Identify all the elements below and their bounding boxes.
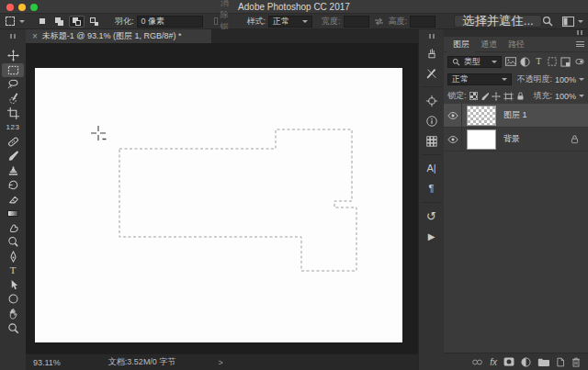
quick-selection-tool[interactable] — [2, 92, 24, 107]
intersect-selection-button[interactable] — [86, 16, 102, 28]
layer-row-2[interactable]: 背景 — [444, 128, 588, 151]
new-selection-button[interactable] — [34, 16, 50, 28]
rectangular-marquee-tool[interactable] — [2, 63, 24, 78]
lasso-tool[interactable] — [2, 77, 24, 92]
chevron-down-icon[interactable] — [579, 95, 584, 97]
search-icon[interactable] — [542, 16, 553, 27]
minimize-window-button[interactable] — [18, 4, 26, 11]
status-expand-icon[interactable]: > — [218, 358, 222, 367]
history-panel-button[interactable]: ↺ — [421, 207, 443, 225]
count-tool[interactable]: 123 — [2, 120, 24, 135]
visibility-toggle[interactable] — [444, 104, 462, 127]
new-group-button[interactable] — [537, 357, 549, 366]
hand-tool[interactable] — [2, 307, 24, 321]
brushes-panel-button[interactable] — [421, 44, 443, 62]
new-layer-button[interactable] — [556, 357, 565, 367]
clone-source-panel-button[interactable] — [421, 92, 443, 109]
gradient-tool[interactable] — [2, 207, 24, 221]
height-input[interactable] — [410, 16, 435, 28]
brush-settings-panel-button[interactable] — [421, 64, 443, 82]
folder-icon — [537, 357, 549, 366]
fill-value[interactable]: 100% — [555, 92, 576, 101]
layer-style-button[interactable]: fx — [490, 357, 497, 367]
layer-filter-row: 类型 T — [444, 52, 588, 71]
eraser-tool[interactable] — [2, 192, 24, 207]
link-layers-button[interactable] — [471, 358, 483, 366]
document-tab[interactable]: × 未标题-1 @ 93.1% (图层 1, RGB/8#) * — [26, 29, 211, 43]
blend-mode-dropdown[interactable]: 正常 — [447, 73, 512, 85]
tab-layers[interactable]: 图层 — [447, 37, 475, 52]
info-panel-button[interactable] — [421, 112, 443, 129]
image-icon — [505, 57, 516, 66]
lock-position-icon[interactable] — [492, 92, 501, 101]
paragraph-panel-button[interactable]: ¶ — [421, 180, 443, 197]
swatches-grid-icon — [425, 135, 438, 148]
canvas-area[interactable] — [26, 43, 418, 353]
lock-all-icon[interactable] — [516, 91, 525, 101]
history-brush-tool[interactable] — [2, 177, 24, 192]
tab-paths[interactable]: 路径 — [503, 37, 530, 52]
clone-stamp-tool[interactable] — [2, 163, 24, 178]
dodge-tool[interactable] — [2, 235, 24, 250]
layer-thumbnail[interactable] — [467, 129, 496, 150]
toolbar-collapse[interactable] — [0, 29, 26, 43]
zoom-window-button[interactable] — [30, 4, 38, 11]
ellipse-tool[interactable] — [2, 292, 24, 307]
brush-tool[interactable] — [2, 149, 24, 163]
collapse-icon[interactable] — [577, 30, 582, 35]
document-info: 文档:3.52M/0 字节 — [108, 356, 176, 368]
spot-healing-tool[interactable] — [2, 135, 24, 150]
chevron-down-icon[interactable] — [579, 78, 584, 81]
crop-tool[interactable] — [2, 106, 24, 120]
filter-image-button[interactable] — [505, 56, 516, 68]
lock-paint-icon[interactable] — [481, 92, 490, 101]
height-label: 高度: — [389, 16, 408, 28]
filter-adjustment-button[interactable] — [520, 56, 530, 68]
smudge-tool[interactable] — [2, 220, 24, 235]
opacity-value[interactable]: 100% — [555, 75, 576, 84]
subtract-from-selection-button[interactable] — [69, 16, 85, 28]
swap-dimensions-button[interactable] — [374, 17, 384, 26]
tab-close-icon[interactable]: × — [32, 32, 38, 41]
style-dropdown[interactable]: 正常 — [268, 16, 312, 28]
history-brush-icon — [7, 179, 19, 191]
layer-name[interactable]: 背景 — [503, 133, 520, 145]
type-tool[interactable]: T — [2, 263, 24, 278]
visibility-toggle[interactable] — [444, 128, 462, 151]
layer-name[interactable]: 图层 1 — [503, 109, 527, 121]
pen-tool[interactable] — [2, 249, 24, 263]
select-and-mask-button[interactable]: 选择并遮住... — [454, 15, 542, 28]
panel-menu-icon[interactable] — [576, 41, 584, 47]
filter-type-button[interactable]: T — [534, 56, 544, 68]
layer-row-1[interactable]: 图层 1 — [444, 104, 588, 128]
collapse-icon[interactable] — [429, 34, 435, 39]
add-to-selection-button[interactable] — [51, 16, 67, 28]
swatches-panel-button[interactable] — [421, 132, 443, 150]
tab-channels[interactable]: 通道 — [475, 37, 503, 52]
delete-layer-button[interactable] — [571, 357, 581, 367]
add-mask-button[interactable] — [503, 357, 514, 366]
lock-artboard-icon[interactable] — [503, 92, 514, 101]
filter-kind-dropdown[interactable]: 类型 — [447, 56, 502, 68]
zoom-tool[interactable] — [2, 320, 24, 335]
path-selection-tool[interactable] — [2, 278, 24, 293]
filter-shape-button[interactable] — [548, 56, 558, 68]
adjustment-layer-button[interactable] — [521, 357, 531, 367]
feather-input[interactable]: 0 像素 — [137, 16, 203, 28]
character-panel-button[interactable]: A| — [421, 160, 443, 177]
close-window-button[interactable] — [6, 4, 14, 11]
workspace-switcher[interactable] — [562, 17, 583, 27]
move-tool[interactable] — [2, 49, 24, 63]
lock-transparency-icon[interactable] — [469, 92, 478, 100]
zoom-level-field[interactable]: 93.11% — [33, 358, 61, 367]
antialias-checkbox[interactable] — [214, 17, 218, 25]
subtract-selection-icon — [73, 17, 81, 26]
width-input[interactable] — [344, 16, 369, 28]
filter-toggle[interactable] — [574, 56, 584, 68]
filter-smart-object-button[interactable] — [560, 56, 571, 68]
layer-thumbnail[interactable] — [467, 106, 496, 126]
tool-preset-picker[interactable] — [6, 17, 25, 26]
swap-arrows-icon — [374, 17, 384, 26]
hand-icon — [7, 308, 19, 320]
actions-panel-button[interactable]: ▶ — [421, 228, 443, 245]
